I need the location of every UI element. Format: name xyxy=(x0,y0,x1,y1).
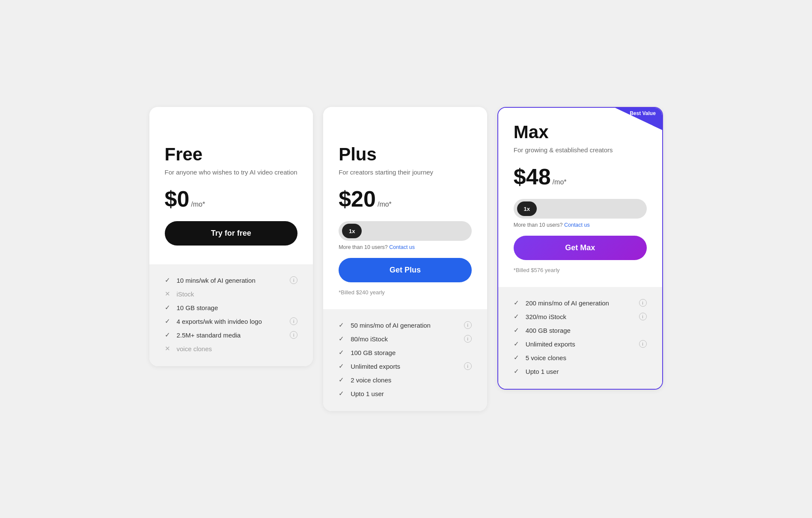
feature-text-max-5: Upto 1 user xyxy=(526,368,559,375)
plan-description-max: For growing & established creators xyxy=(514,145,647,154)
price-row-free: $0 /mo* xyxy=(165,186,298,212)
feature-icon-check: ✓ xyxy=(339,321,346,329)
feature-icon-check: ✓ xyxy=(514,326,521,334)
toggle-knob-plus: 1x xyxy=(342,224,362,238)
feature-text-free-1: iStock xyxy=(177,290,194,298)
feature-text-max-4: 5 voice clones xyxy=(526,354,566,361)
feature-icon-check: ✓ xyxy=(165,331,173,339)
info-icon-free-0[interactable]: i xyxy=(290,276,297,284)
info-icon-free-4[interactable]: i xyxy=(290,331,297,339)
feature-item-free-5: ✕ voice clones xyxy=(165,345,298,352)
feature-item-max-3: ✓ Unlimited exports i xyxy=(514,340,647,348)
feature-text-plus-4: 2 voice clones xyxy=(351,376,391,384)
feature-item-max-1: ✓ 320/mo iStock i xyxy=(514,313,647,320)
pricing-container: Free For anyone who wishes to try AI vid… xyxy=(149,107,663,411)
contact-link-max[interactable]: Contact us xyxy=(564,222,590,228)
feature-text-free-3: 4 exports/wk with invideo logo xyxy=(177,318,262,325)
feature-item-plus-2: ✓ 100 GB storage xyxy=(339,349,472,356)
feature-item-max-5: ✓ Upto 1 user xyxy=(514,367,647,375)
price-amount-plus: $20 xyxy=(339,186,376,212)
feature-icon-check: ✓ xyxy=(514,299,521,307)
contact-text-plus: More than 10 users? Contact us xyxy=(339,244,472,250)
plan-name-plus: Plus xyxy=(339,145,472,163)
feature-item-plus-4: ✓ 2 voice clones xyxy=(339,376,472,384)
plan-description-free: For anyone who wishes to try AI video cr… xyxy=(165,168,298,177)
price-amount-max: $48 xyxy=(514,164,551,189)
feature-text-max-1: 320/mo iStock xyxy=(526,313,566,320)
feature-icon-check: ✓ xyxy=(514,340,521,348)
price-suffix-plus: /mo* xyxy=(378,201,392,208)
feature-text-plus-2: 100 GB storage xyxy=(351,349,396,356)
feature-icon-check: ✓ xyxy=(165,276,173,284)
feature-item-max-0: ✓ 200 mins/mo of AI generation i xyxy=(514,299,647,307)
feature-icon-cross: ✕ xyxy=(165,345,173,352)
feature-item-plus-0: ✓ 50 mins/mo of AI generation i xyxy=(339,321,472,329)
card-bottom-free: ✓ 10 mins/wk of AI generation i ✕ iStock… xyxy=(149,264,313,366)
feature-text-free-2: 10 GB storage xyxy=(177,304,218,311)
feature-item-max-2: ✓ 400 GB storage xyxy=(514,326,647,334)
feature-text-max-2: 400 GB storage xyxy=(526,327,571,334)
feature-icon-check: ✓ xyxy=(165,304,173,311)
info-icon-plus-3[interactable]: i xyxy=(464,362,472,370)
toggle-knob-max: 1x xyxy=(517,201,537,216)
feature-item-max-4: ✓ 5 voice clones xyxy=(514,354,647,361)
feature-item-free-0: ✓ 10 mins/wk of AI generation i xyxy=(165,276,298,284)
feature-icon-check: ✓ xyxy=(514,313,521,320)
user-selector-max[interactable]: 1x xyxy=(514,199,647,219)
feature-item-free-4: ✓ 2.5M+ standard media i xyxy=(165,331,298,339)
user-selector-plus[interactable]: 1x xyxy=(339,221,472,241)
feature-icon-cross: ✕ xyxy=(165,290,173,298)
feature-text-max-0: 200 mins/mo of AI generation xyxy=(526,299,609,307)
feature-icon-check: ✓ xyxy=(339,390,346,397)
feature-text-free-5: voice clones xyxy=(177,345,212,352)
feature-item-plus-5: ✓ Upto 1 user xyxy=(339,390,472,397)
info-icon-plus-1[interactable]: i xyxy=(464,335,472,343)
feature-icon-check: ✓ xyxy=(339,335,346,343)
card-bottom-plus: ✓ 50 mins/mo of AI generation i ✓ 80/mo … xyxy=(323,309,487,411)
info-icon-max-1[interactable]: i xyxy=(639,313,647,320)
feature-icon-check: ✓ xyxy=(339,362,346,370)
feature-text-max-3: Unlimited exports xyxy=(526,340,575,348)
feature-item-plus-1: ✓ 80/mo iStock i xyxy=(339,335,472,343)
card-top-max: Best Value Max For growing & established… xyxy=(498,108,662,287)
contact-link-plus[interactable]: Contact us xyxy=(389,244,415,250)
feature-icon-check: ✓ xyxy=(514,354,521,361)
feature-list-max: ✓ 200 mins/mo of AI generation i ✓ 320/m… xyxy=(514,299,647,375)
feature-item-free-1: ✕ iStock xyxy=(165,290,298,298)
cta-button-plus[interactable]: Get Plus xyxy=(339,258,472,282)
toggle-track-plus xyxy=(362,224,468,238)
info-icon-plus-0[interactable]: i xyxy=(464,321,472,329)
best-value-badge: Best Value xyxy=(615,108,662,130)
cta-button-free[interactable]: Try for free xyxy=(165,221,298,246)
plan-card-plus: Plus For creators starting their journey… xyxy=(323,107,487,411)
card-top-free: Free For anyone who wishes to try AI vid… xyxy=(149,107,313,264)
card-top-plus: Plus For creators starting their journey… xyxy=(323,107,487,309)
feature-text-free-0: 10 mins/wk of AI generation xyxy=(177,277,256,284)
feature-icon-check: ✓ xyxy=(339,376,346,384)
feature-text-plus-3: Unlimited exports xyxy=(351,363,400,370)
feature-text-free-4: 2.5M+ standard media xyxy=(177,332,241,339)
feature-text-plus-5: Upto 1 user xyxy=(351,390,384,397)
plan-name-free: Free xyxy=(165,145,298,163)
feature-item-free-3: ✓ 4 exports/wk with invideo logo i xyxy=(165,317,298,325)
price-row-plus: $20 /mo* xyxy=(339,186,472,212)
billed-text-plus: *Billed $240 yearly xyxy=(339,289,472,296)
price-row-max: $48 /mo* xyxy=(514,164,647,189)
toggle-track-max xyxy=(537,201,643,216)
plan-card-free: Free For anyone who wishes to try AI vid… xyxy=(149,107,313,366)
feature-text-plus-0: 50 mins/mo of AI generation xyxy=(351,322,431,329)
cta-button-max[interactable]: Get Max xyxy=(514,236,647,260)
info-icon-max-0[interactable]: i xyxy=(639,299,647,307)
feature-icon-check: ✓ xyxy=(514,367,521,375)
plan-description-plus: For creators starting their journey xyxy=(339,168,472,177)
price-amount-free: $0 xyxy=(165,186,190,212)
feature-item-plus-3: ✓ Unlimited exports i xyxy=(339,362,472,370)
info-icon-max-3[interactable]: i xyxy=(639,340,647,348)
feature-item-free-2: ✓ 10 GB storage xyxy=(165,304,298,311)
info-icon-free-3[interactable]: i xyxy=(290,317,297,325)
billed-text-max: *Billed $576 yearly xyxy=(514,267,647,273)
plan-card-max: Best Value Max For growing & established… xyxy=(497,107,663,390)
feature-icon-check: ✓ xyxy=(339,349,346,356)
feature-list-plus: ✓ 50 mins/mo of AI generation i ✓ 80/mo … xyxy=(339,321,472,397)
feature-list-free: ✓ 10 mins/wk of AI generation i ✕ iStock… xyxy=(165,276,298,352)
